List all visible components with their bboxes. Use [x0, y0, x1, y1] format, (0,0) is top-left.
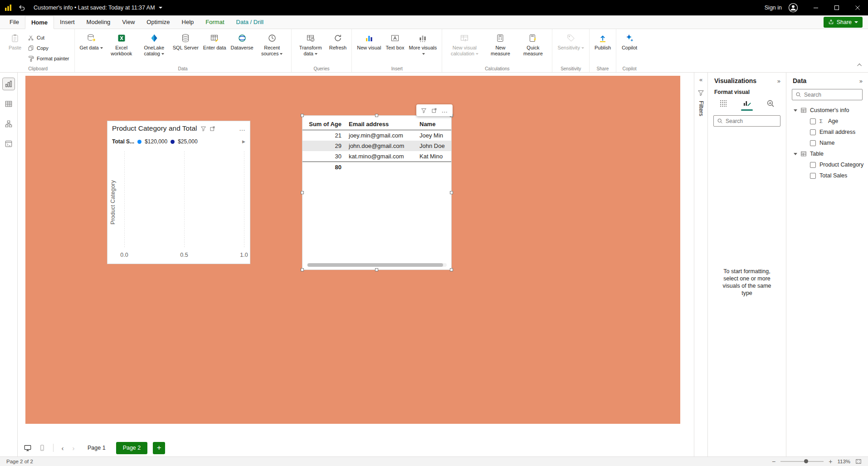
tab-format[interactable]: Format [200, 15, 230, 29]
table-row[interactable]: 30 kat.mino@gmail.com Kat Mino [302, 151, 451, 162]
format-painter-button[interactable]: Format painter [25, 54, 72, 63]
field-checkbox[interactable] [810, 140, 816, 146]
visual-filter-icon[interactable] [421, 108, 427, 113]
quick-measure-button[interactable]: Quick measure [517, 31, 549, 65]
publish-button[interactable]: Publish [592, 31, 613, 65]
table-view-icon[interactable] [3, 98, 15, 110]
new-visual-calculation-button[interactable]: New visual calculation [445, 31, 484, 65]
enter-data-button[interactable]: Enter data [201, 31, 229, 65]
data-search-box[interactable] [792, 89, 863, 100]
tab-data-drill[interactable]: Data / Drill [230, 15, 270, 29]
zoom-in-button[interactable]: + [829, 459, 832, 464]
tab-optimize[interactable]: Optimize [141, 15, 176, 29]
resize-handle[interactable] [375, 114, 378, 117]
chevron-down-icon[interactable] [794, 153, 797, 155]
build-visual-tab-icon[interactable] [719, 99, 728, 111]
tab-home[interactable]: Home [25, 16, 54, 29]
minimize-button[interactable] [805, 0, 826, 15]
focus-mode-icon[interactable] [210, 126, 215, 132]
column-header[interactable]: Name [417, 121, 452, 128]
copy-button[interactable]: Copy [25, 43, 72, 53]
new-visual-button[interactable]: New visual [355, 31, 383, 65]
new-measure-button[interactable]: New measure [484, 31, 517, 65]
column-header[interactable]: Email address [346, 121, 417, 128]
get-data-button[interactable]: Get data [78, 31, 105, 65]
tab-help[interactable]: Help [176, 15, 200, 29]
close-button[interactable] [847, 0, 868, 15]
analytics-tab-icon[interactable] [766, 99, 775, 111]
table-visual[interactable]: Sum of Age Email address Name 21 joey.mi… [302, 115, 452, 270]
sensitivity-button[interactable]: Sensitivity [555, 31, 586, 65]
expand-filters-icon[interactable]: « [699, 76, 702, 83]
resize-handle[interactable] [450, 268, 453, 271]
field-row-name[interactable]: Name [786, 137, 868, 148]
format-visual-tab-icon[interactable] [742, 99, 751, 111]
horizontal-scrollbar[interactable] [307, 263, 447, 267]
transform-data-button[interactable]: Transform data [294, 31, 327, 65]
format-search-box[interactable] [713, 115, 780, 127]
resize-handle[interactable] [301, 191, 304, 194]
fit-to-page-icon[interactable] [855, 458, 862, 465]
tab-modeling[interactable]: Modeling [81, 15, 117, 29]
table-node-table[interactable]: Table [786, 148, 868, 159]
tab-view[interactable]: View [116, 15, 141, 29]
legend-item-label[interactable]: $120,000 [145, 138, 167, 145]
data-search-input[interactable] [804, 92, 859, 98]
next-page-icon[interactable]: › [70, 444, 77, 452]
field-checkbox[interactable] [810, 173, 816, 179]
tab-file[interactable]: File [4, 15, 25, 29]
dataverse-button[interactable]: Dataverse [229, 31, 256, 65]
resize-handle[interactable] [301, 268, 304, 271]
desktop-layout-icon[interactable] [22, 442, 33, 453]
zoom-slider[interactable] [780, 461, 824, 462]
bar-chart-visual[interactable]: Product Category and Total … Total S... … [107, 121, 250, 264]
zoom-out-button[interactable]: − [772, 459, 775, 464]
sign-in-link[interactable]: Sign in [765, 5, 782, 11]
paste-button[interactable]: Paste [5, 31, 25, 65]
zoom-slider-knob[interactable] [804, 459, 808, 463]
field-row-email-address[interactable]: Email address [786, 127, 868, 137]
share-button[interactable]: Share [824, 17, 863, 28]
resize-handle[interactable] [375, 268, 378, 271]
page-tab-2[interactable]: Page 2 [116, 442, 148, 454]
model-view-icon[interactable] [3, 118, 15, 130]
more-visuals-button[interactable]: More visuals [406, 31, 439, 65]
format-search-input[interactable] [726, 118, 777, 124]
undo-button[interactable] [18, 4, 25, 11]
scrollbar-thumb[interactable] [307, 263, 443, 267]
maximize-button[interactable] [826, 0, 847, 15]
visual-filter-icon[interactable] [200, 126, 206, 132]
add-page-button[interactable]: + [153, 442, 165, 454]
legend-item-label[interactable]: $25,000 [178, 138, 197, 145]
mobile-layout-icon[interactable] [37, 442, 48, 453]
report-view-icon[interactable] [3, 78, 15, 90]
field-checkbox[interactable] [810, 118, 816, 124]
excel-workbook-button[interactable]: Excel workbook [105, 31, 138, 65]
title-dropdown-icon[interactable] [159, 7, 162, 9]
previous-page-icon[interactable]: ‹ [59, 444, 66, 452]
text-box-button[interactable]: Text box [383, 31, 406, 65]
recent-sources-button[interactable]: Recent sources [256, 31, 288, 65]
account-avatar[interactable] [788, 3, 798, 13]
field-checkbox[interactable] [810, 129, 816, 135]
dax-query-view-icon[interactable] [3, 138, 15, 150]
sql-server-button[interactable]: SQL Server [171, 31, 201, 65]
tab-insert[interactable]: Insert [54, 15, 81, 29]
page-tab-1[interactable]: Page 1 [81, 442, 112, 454]
copilot-button[interactable]: Copilot [619, 31, 640, 65]
report-page[interactable]: Product Category and Total … Total S... … [25, 76, 680, 424]
field-row-product-category[interactable]: Product Category [786, 159, 868, 170]
document-title[interactable]: Customer's info • Last saved: Today at 1… [34, 5, 162, 11]
onelake-catalog-button[interactable]: OneLake catalog [138, 31, 171, 65]
collapse-visualizations-icon[interactable]: » [777, 78, 780, 84]
table-node-customers-info[interactable]: Customer's info [786, 105, 868, 116]
collapse-data-pane-icon[interactable]: » [859, 78, 863, 84]
field-row-total-sales[interactable]: Total Sales [786, 170, 868, 181]
field-checkbox[interactable] [810, 162, 816, 168]
column-header[interactable]: Sum of Age [302, 121, 346, 128]
legend-scroll-icon[interactable]: ▶ [242, 139, 245, 144]
chevron-down-icon[interactable] [794, 109, 797, 112]
table-row[interactable]: 21 joey.min@gmail.com Joey Min [302, 130, 451, 141]
table-row[interactable]: 29 john.doe@gmail.com John Doe [302, 141, 451, 151]
more-options-icon[interactable]: … [441, 108, 448, 112]
